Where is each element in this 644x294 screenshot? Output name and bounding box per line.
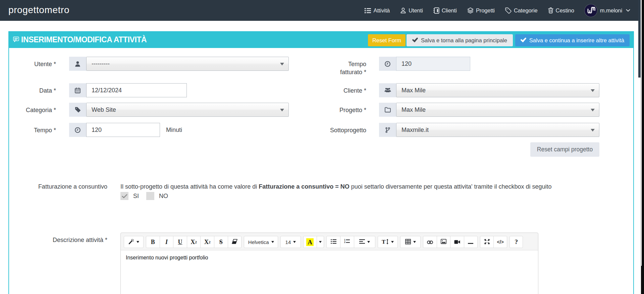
clock-icon [379, 57, 396, 71]
tempo-fatturato-label: Tempo fatturato * [327, 57, 366, 76]
tempo-input[interactable]: 120 [86, 123, 160, 137]
text-height-icon: T [382, 239, 385, 245]
horizontal-rule-button[interactable] [464, 236, 478, 248]
color-swatch: A [306, 238, 314, 246]
users-icon [379, 83, 396, 97]
scrollbar [638, 0, 644, 294]
nav-label: Clienti [442, 7, 457, 14]
categoria-select[interactable]: Web Site [86, 103, 289, 117]
user-icon [400, 7, 406, 13]
person-icon [69, 57, 86, 71]
list-ol-icon: 12 [344, 239, 350, 245]
line-height-dropdown[interactable]: T [378, 236, 398, 248]
link-button[interactable] [423, 236, 437, 248]
utente-select[interactable]: --------- [86, 57, 289, 71]
calendar-icon [69, 83, 86, 97]
window-corner [641, 266, 644, 294]
minus-icon [468, 239, 473, 245]
utente-label: Utente * [9, 57, 56, 68]
check-icon [521, 37, 526, 44]
editor-content[interactable]: Inserimento nuovi progetti portfolio [121, 250, 538, 294]
activity-form: Utente * --------- Tempo fatturato * 120… [9, 48, 633, 294]
panel-title-text: INSERIMENTO/MODIFICA ATTIVITÀ [21, 35, 147, 44]
font-color-button[interactable]: A [303, 236, 317, 248]
chevron-down-icon [626, 9, 630, 12]
fullscreen-button[interactable] [480, 236, 494, 248]
navbar-menu: Attività Utenti Clienti Progetti Categor… [360, 0, 634, 21]
bold-button[interactable]: B [146, 236, 160, 248]
superscript-button[interactable]: X2 [187, 236, 201, 248]
align-left-icon [359, 239, 365, 245]
font-size-dropdown[interactable]: 14 [280, 236, 301, 248]
panel-title: INSERIMENTO/MODIFICA ATTIVITÀ [13, 31, 147, 48]
nav-item-attivita[interactable]: Attività [360, 0, 395, 21]
font-color-dropdown[interactable] [317, 236, 324, 248]
strikethrough-button[interactable]: S [214, 236, 228, 248]
minuti-suffix: Minuti [166, 123, 182, 137]
image-button[interactable] [437, 236, 451, 248]
video-button[interactable] [450, 236, 464, 248]
brand-logo[interactable]: progettometro [8, 0, 69, 21]
code-branch-icon [379, 123, 396, 137]
tempo-label: Tempo * [9, 123, 56, 134]
svg-text:2: 2 [344, 241, 345, 243]
nav-item-clienti[interactable]: Clienti [428, 0, 462, 21]
check-icon [412, 37, 418, 44]
arrows-expand-icon [484, 239, 490, 245]
clock-icon [69, 123, 86, 137]
magic-wand-icon [128, 239, 134, 245]
editor-toolbar: B I U X2 X2 S Helvetica 14 A 12 [121, 233, 538, 250]
si-checkbox[interactable] [120, 192, 128, 200]
cliente-select[interactable]: Max Mile [396, 83, 599, 97]
trash-icon [548, 7, 553, 13]
data-input[interactable]: 12/12/2024 [86, 83, 187, 97]
save-return-button[interactable]: Salva e torna alla pagina principale [407, 34, 513, 46]
scrollbar-thumb[interactable] [638, 0, 641, 78]
reset-form-button[interactable]: Reset Form [368, 34, 406, 46]
nav-item-categorie[interactable]: Categorie [500, 0, 543, 21]
table-dropdown[interactable] [400, 236, 421, 248]
save-continue-button[interactable]: Salva e continua a inserire altre attivi… [515, 34, 630, 46]
nav-item-progetti[interactable]: Progetti [462, 0, 500, 21]
avatar [585, 4, 597, 17]
underline-button[interactable]: U [173, 236, 187, 248]
fatturazione-options: SI NO [120, 192, 168, 200]
subscript-button[interactable]: X2 [200, 236, 214, 248]
user-name: m.meloni [600, 7, 622, 14]
sottoprogetto-select[interactable]: Maxmile.it [396, 123, 599, 137]
video-icon [454, 239, 460, 245]
style-dropdown-button[interactable] [124, 236, 144, 248]
data-label: Data * [9, 83, 56, 95]
font-family-dropdown[interactable]: Helvetica [244, 236, 278, 248]
descrizione-label: Descrizione attività * [9, 236, 107, 244]
rich-text-editor: B I U X2 X2 S Helvetica 14 A 12 [120, 233, 538, 294]
nav-item-utenti[interactable]: Utenti [395, 0, 428, 21]
italic-button[interactable]: I [160, 236, 174, 248]
table-icon [405, 239, 411, 245]
unordered-list-button[interactable] [326, 236, 340, 248]
nav-label: Utenti [409, 7, 423, 14]
svg-text:1: 1 [344, 239, 345, 241]
progetto-select[interactable]: Max Mile [396, 103, 599, 117]
tempo-fatturato-input[interactable]: 120 [396, 57, 470, 71]
nav-item-cestino[interactable]: Cestino [543, 0, 579, 21]
user-menu[interactable]: m.meloni [579, 0, 634, 21]
panel-header: INSERIMENTO/MODIFICA ATTIVITÀ Reset Form… [8, 31, 634, 48]
link-icon [427, 239, 433, 245]
ordered-list-button[interactable]: 12 [340, 236, 354, 248]
nav-label: Cestino [556, 7, 574, 14]
fatturazione-label: Fatturazione a consuntivo [9, 183, 107, 191]
eraser-button[interactable] [228, 236, 242, 248]
code-view-button[interactable]: </> [493, 236, 507, 248]
nav-label: Progetti [476, 7, 495, 14]
reset-project-fields-button[interactable]: Reset campi progetto [530, 142, 599, 157]
no-label: NO [159, 193, 168, 200]
tag-icon [505, 7, 512, 14]
help-button[interactable]: ? [509, 236, 523, 248]
fatturazione-text: Il sotto-progetto di questa attività ha … [120, 183, 567, 191]
paragraph-align-dropdown[interactable] [354, 236, 376, 248]
nav-label: Attività [373, 7, 390, 14]
no-checkbox[interactable] [146, 192, 154, 200]
list-ul-icon [331, 239, 336, 245]
categoria-label: Categoria * [9, 103, 56, 114]
